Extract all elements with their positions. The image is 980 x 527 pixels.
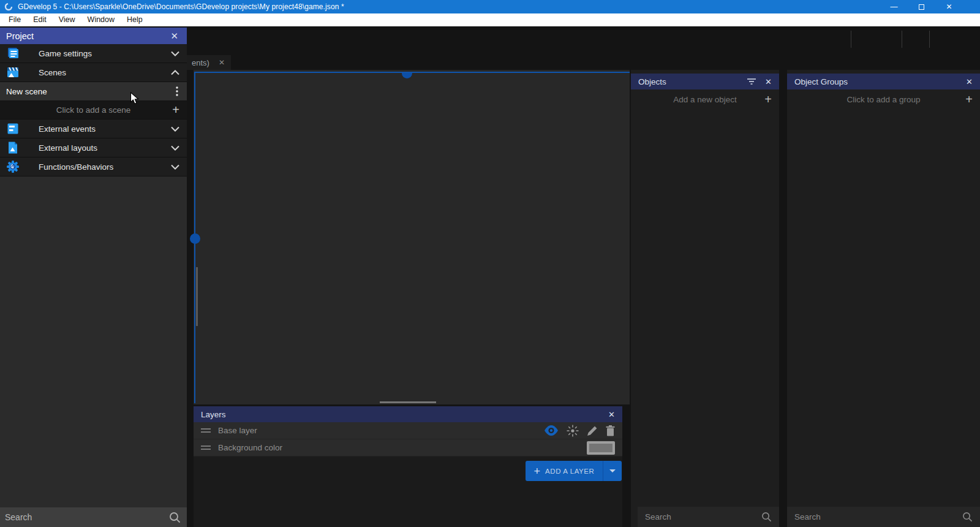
add-layer-button[interactable]: + ADD A LAYER (526, 461, 622, 481)
external-events-icon (6, 122, 20, 135)
section-label: External layouts (39, 143, 97, 153)
project-search[interactable] (0, 507, 187, 527)
layers-panel-title: Layers (201, 410, 226, 419)
add-layer-dropdown[interactable] (603, 469, 622, 472)
section-game-settings[interactable]: Game settings (0, 44, 187, 63)
objects-panel-header: Objects ✕ (631, 74, 779, 89)
plus-icon: + (965, 93, 973, 107)
add-object-row[interactable]: Add a new object + (631, 89, 779, 109)
chevron-down-icon (609, 469, 616, 472)
drag-handle-icon[interactable] (201, 428, 211, 434)
search-icon (169, 512, 181, 523)
section-label: Scenes (39, 68, 66, 77)
add-layer-label: ADD A LAYER (545, 468, 595, 475)
objects-panel: Objects ✕ Add a new object + (631, 70, 779, 527)
mouse-cursor (130, 92, 139, 105)
resize-handle-left[interactable] (190, 233, 200, 244)
add-group-row[interactable]: Click to add a group + (787, 89, 980, 109)
scene-item-new-scene[interactable]: New scene (0, 82, 187, 101)
objects-search-input[interactable] (638, 512, 761, 521)
vertical-scrollbar[interactable] (196, 267, 198, 326)
layer-name: Base layer (218, 426, 257, 435)
layer-row-background[interactable]: Background color (194, 439, 622, 457)
toolbar-separator (851, 31, 851, 48)
external-layouts-icon (6, 141, 20, 154)
add-object-label: Add a new object (673, 95, 737, 104)
functions-icon (6, 160, 20, 173)
effects-icon[interactable] (567, 425, 579, 437)
edit-pencil-icon[interactable] (587, 425, 598, 436)
tab-label: ents) (192, 58, 209, 67)
plus-icon: + (764, 93, 772, 107)
object-groups-panel: Object Groups ✕ Click to add a group + (787, 70, 980, 527)
menu-file[interactable]: File (2, 13, 27, 26)
maximize-button[interactable] (908, 0, 935, 13)
object-groups-panel-title: Object Groups (794, 77, 848, 86)
game-window-border-top (195, 72, 630, 73)
horizontal-scrollbar[interactable] (380, 401, 436, 403)
objects-panel-title: Objects (638, 77, 666, 86)
minimize-button[interactable]: — (880, 0, 908, 13)
project-close-icon[interactable]: ✕ (170, 31, 178, 42)
toolbar-separator (929, 31, 930, 48)
section-external-events[interactable]: External events (0, 119, 187, 138)
scene-editor-canvas[interactable] (194, 70, 630, 404)
title-bar: GDevelop 5 - C:\Users\Sparkle\OneDrive\D… (0, 0, 980, 13)
menu-bar: File Edit View Window Help (0, 13, 980, 26)
project-search-input[interactable] (0, 512, 169, 522)
add-scene-row[interactable]: Click to add a scene + (0, 101, 187, 119)
menu-edit[interactable]: Edit (27, 13, 53, 26)
add-scene-label: Click to add a scene (56, 105, 131, 115)
object-groups-search[interactable] (787, 507, 980, 527)
chevron-down-icon (171, 51, 179, 56)
chevron-down-icon (171, 145, 179, 151)
search-icon (962, 512, 973, 522)
scene-name: New scene (6, 87, 47, 96)
close-window-button[interactable]: ✕ (935, 0, 963, 13)
project-panel-header: Project ✕ (0, 28, 187, 44)
visibility-eye-icon[interactable] (544, 425, 559, 436)
section-label: External events (39, 124, 96, 134)
filter-icon[interactable] (747, 78, 756, 85)
menu-window[interactable]: Window (81, 13, 121, 26)
kebab-menu-icon[interactable] (176, 86, 178, 96)
drag-handle-icon[interactable] (201, 445, 211, 451)
chevron-up-icon (171, 70, 179, 75)
project-panel-title: Project (6, 31, 34, 41)
background-color-swatch[interactable] (587, 441, 615, 455)
layer-name: Background color (218, 443, 282, 452)
chevron-down-icon (171, 126, 179, 132)
section-label: Functions/Behaviors (39, 162, 113, 172)
layers-panel-header: Layers ✕ (194, 406, 622, 422)
add-group-label: Click to add a group (846, 95, 920, 104)
object-groups-search-input[interactable] (787, 512, 962, 521)
menu-view[interactable]: View (53, 13, 81, 26)
section-scenes[interactable]: Scenes (0, 63, 187, 82)
objects-close-icon[interactable]: ✕ (765, 77, 772, 86)
chevron-down-icon (171, 164, 179, 170)
delete-trash-icon[interactable] (606, 425, 615, 436)
game-settings-icon (6, 47, 20, 60)
menu-help[interactable]: Help (121, 13, 149, 26)
tab-close-icon[interactable]: ✕ (219, 58, 225, 67)
swatch-inner (589, 444, 612, 452)
section-external-layouts[interactable]: External layouts (0, 138, 187, 157)
section-label: Game settings (39, 49, 92, 58)
object-groups-close-icon[interactable]: ✕ (966, 77, 973, 86)
layers-close-icon[interactable]: ✕ (608, 410, 615, 419)
maximize-icon (919, 4, 924, 10)
toolbar-separator (902, 31, 902, 48)
project-panel: Project ✕ Game settings Scenes New scene… (0, 28, 187, 527)
layers-panel: Layers ✕ Base layer (194, 406, 622, 527)
layer-row-base[interactable]: Base layer (194, 422, 622, 439)
window-title: GDevelop 5 - C:\Users\Sparkle\OneDrive\D… (18, 2, 344, 11)
object-groups-panel-header: Object Groups ✕ (787, 74, 980, 89)
gdevelop-logo-icon (4, 2, 13, 11)
plus-icon: + (533, 466, 540, 477)
search-icon (761, 512, 772, 522)
objects-search[interactable] (638, 507, 779, 527)
section-functions-behaviors[interactable]: Functions/Behaviors (0, 157, 187, 176)
scenes-icon (6, 66, 20, 79)
plus-icon: + (172, 103, 179, 117)
